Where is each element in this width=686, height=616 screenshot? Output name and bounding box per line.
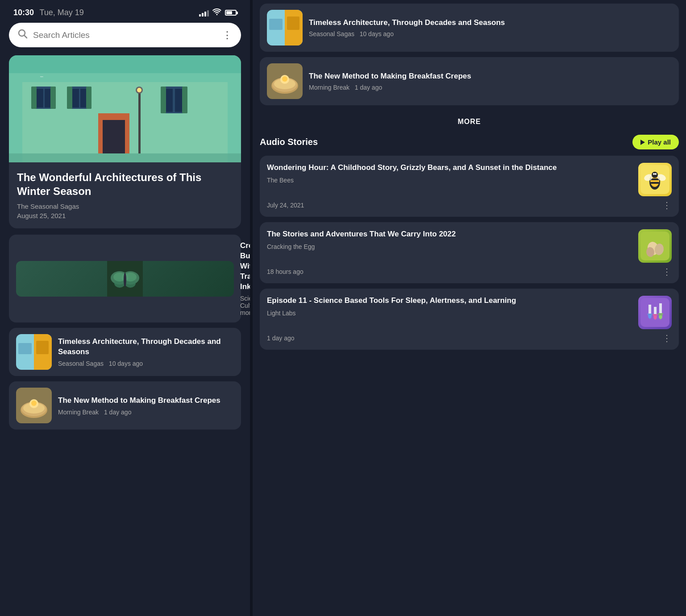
svg-rect-47 <box>269 19 283 30</box>
svg-rect-59 <box>650 182 659 184</box>
status-icons <box>199 8 237 17</box>
right-panel: Timeless Architecture, Through Decades a… <box>253 0 686 616</box>
search-more-button[interactable]: ⋮ <box>222 29 232 41</box>
svg-point-76 <box>648 315 652 318</box>
right-meta-crepes: Morning Break 1 day ago <box>309 84 672 91</box>
audio-more-bees[interactable]: ⋮ <box>662 200 672 211</box>
search-icon <box>18 29 28 41</box>
play-all-label: Play all <box>648 138 671 146</box>
article-meta-crepes: Morning Break 1 day ago <box>58 409 234 416</box>
article-title-arch: Timeless Architecture, Through Decades a… <box>58 337 234 357</box>
article-item-crepes[interactable]: The New Method to Making Breakfast Crepe… <box>9 381 241 430</box>
svg-point-78 <box>659 315 662 319</box>
play-all-button[interactable]: Play all <box>632 135 679 149</box>
article-source-arch: Seasonal Sagas <box>58 360 104 367</box>
svg-point-63 <box>653 173 655 175</box>
audio-footer-bees: July 24, 2021 ⋮ <box>267 200 672 211</box>
article-thumb-crepes <box>16 388 52 423</box>
article-thumb-butterfly <box>16 261 234 297</box>
article-thumb-arch <box>16 334 52 370</box>
svg-point-77 <box>653 316 657 319</box>
right-source-arch: Seasonal Sagas <box>309 30 354 37</box>
search-input[interactable] <box>33 30 222 40</box>
audio-source-lab: Light Labs <box>267 310 632 317</box>
svg-rect-74 <box>659 303 662 313</box>
audio-item-egg-content: The Stories and Adventures That We Carry… <box>267 229 632 255</box>
article-meta-arch: Seasonal Sagas 10 days ago <box>58 360 234 367</box>
svg-rect-9 <box>50 87 56 109</box>
article-info-crepes: The New Method to Making Breakfast Crepe… <box>58 396 234 416</box>
audio-footer-lab: 1 day ago ⋮ <box>267 333 672 343</box>
article-item-butterfly[interactable]: Creating Butterflies With New Transparen… <box>9 235 241 322</box>
search-bar[interactable]: ⋮ <box>9 23 241 47</box>
featured-article-card[interactable]: ˜˜ The Wonderful Architectures of This W… <box>9 55 241 228</box>
svg-rect-18 <box>161 87 166 113</box>
svg-rect-72 <box>654 307 657 314</box>
status-left: 10:30 Tue, May 19 <box>13 8 84 17</box>
audio-title-bees: Wondering Hour: A Childhood Story, Grizz… <box>267 163 632 173</box>
svg-rect-8 <box>31 87 37 109</box>
right-info-crepes: The New Method to Making Breakfast Crepe… <box>309 71 672 91</box>
audio-section-header: Audio Stories Play all <box>260 135 679 149</box>
article-item-arch[interactable]: Timeless Architecture, Through Decades a… <box>9 328 241 376</box>
right-time-arch: 10 days ago <box>360 30 394 37</box>
audio-item-egg-top: The Stories and Adventures That We Carry… <box>267 229 672 263</box>
audio-item-bees-content: Wondering Hour: A Childhood Story, Grizz… <box>267 163 632 188</box>
audio-item-bees[interactable]: Wondering Hour: A Childhood Story, Grizz… <box>260 156 679 217</box>
audio-date-egg: 18 hours ago <box>267 268 304 275</box>
right-source-crepes: Morning Break <box>309 84 349 91</box>
featured-article-title: The Wonderful Architectures of This Wint… <box>17 170 233 198</box>
audio-footer-egg: 18 hours ago ⋮ <box>267 266 672 277</box>
right-time-crepes: 1 day ago <box>355 84 382 91</box>
audio-section-title: Audio Stories <box>260 137 318 147</box>
svg-rect-70 <box>649 305 651 314</box>
more-button[interactable]: MORE <box>458 118 481 126</box>
audio-more-lab[interactable]: ⋮ <box>662 333 672 343</box>
svg-text:˜˜: ˜˜ <box>40 76 43 81</box>
article-title-crepes: The New Method to Making Breakfast Crepe… <box>58 396 234 406</box>
svg-rect-21 <box>103 120 125 153</box>
audio-source-bees: The Bees <box>267 177 632 184</box>
status-bar: 10:30 Tue, May 19 <box>9 0 241 23</box>
right-meta-arch: Seasonal Sagas 10 days ago <box>309 30 672 37</box>
right-scrolled-crepes[interactable]: The New Method to Making Breakfast Crepe… <box>260 57 679 105</box>
article-info-arch: Timeless Architecture, Through Decades a… <box>58 337 234 367</box>
svg-point-54 <box>282 76 287 82</box>
audio-item-lab-top: Episode 11 - Science Based Tools For Sle… <box>267 296 672 329</box>
article-source-crepes: Morning Break <box>58 409 99 416</box>
audio-item-egg[interactable]: The Stories and Adventures That We Carry… <box>260 222 679 283</box>
status-time: 10:30 <box>13 8 34 17</box>
audio-source-egg: Cracking the Egg <box>267 243 632 250</box>
audio-title-egg: The Stories and Adventures That We Carry… <box>267 229 632 240</box>
svg-rect-37 <box>18 343 32 354</box>
more-button-wrap: MORE <box>260 111 679 135</box>
right-thumb-crepes <box>267 63 303 99</box>
svg-rect-48 <box>287 17 299 30</box>
right-title-arch: Timeless Architecture, Through Decades a… <box>309 18 672 28</box>
play-icon <box>640 140 645 145</box>
audio-item-lab-content: Episode 11 - Science Based Tools For Sle… <box>267 296 632 321</box>
svg-rect-22 <box>138 91 141 153</box>
left-panel: 10:30 Tue, May 19 <box>0 0 250 616</box>
audio-title-lab: Episode 11 - Science Based Tools For Sle… <box>267 296 632 306</box>
article-time-arch: 10 days ago <box>109 360 143 367</box>
right-title-crepes: The New Method to Making Breakfast Crepe… <box>309 71 672 82</box>
audio-thumb-lab <box>638 296 672 329</box>
svg-point-62 <box>652 172 658 178</box>
svg-point-64 <box>655 173 657 175</box>
svg-rect-14 <box>86 87 91 109</box>
signal-icon <box>199 9 209 17</box>
featured-article-date: August 25, 2021 <box>17 212 233 219</box>
right-thumb-arch <box>267 10 303 45</box>
audio-more-egg[interactable]: ⋮ <box>662 266 672 277</box>
audio-date-lab: 1 day ago <box>267 335 295 342</box>
article-time-crepes: 1 day ago <box>104 409 132 416</box>
svg-point-34 <box>124 273 126 287</box>
svg-rect-26 <box>9 153 241 162</box>
right-info-arch: Timeless Architecture, Through Decades a… <box>309 18 672 38</box>
audio-item-lab[interactable]: Episode 11 - Science Based Tools For Sle… <box>260 289 679 350</box>
svg-rect-38 <box>36 341 49 354</box>
featured-article-content: The Wonderful Architectures of This Wint… <box>9 162 241 228</box>
svg-point-44 <box>31 401 37 406</box>
right-scrolled-arch[interactable]: Timeless Architecture, Through Decades a… <box>260 4 679 52</box>
